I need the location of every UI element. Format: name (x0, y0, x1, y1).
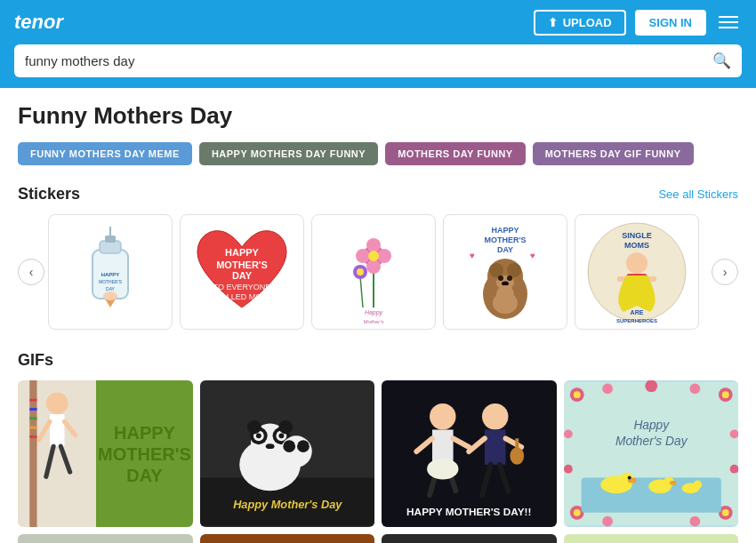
gif1-day: DAY (126, 466, 162, 485)
svg-text:HAPPY MOTHER'S DAY!!: HAPPY MOTHER'S DAY!! (406, 506, 531, 517)
svg-point-105 (689, 383, 700, 394)
svg-rect-51 (50, 414, 65, 446)
svg-point-73 (278, 420, 293, 435)
svg-point-44 (626, 252, 647, 274)
svg-text:♥: ♥ (470, 251, 475, 260)
svg-text:ARE: ARE (631, 309, 644, 315)
svg-rect-60 (29, 427, 36, 429)
svg-line-81 (454, 438, 470, 447)
svg-text:HAPPY: HAPPY (225, 247, 260, 258)
gif1-happy: HAPPY (114, 423, 175, 443)
stickers-prev-arrow[interactable]: ‹ (18, 259, 44, 285)
stickers-title: Stickers (18, 185, 80, 204)
svg-text:DAY: DAY (497, 245, 513, 254)
gif1-mothers: MOTHER'S (98, 444, 191, 464)
svg-point-18 (366, 238, 381, 252)
tag-button-funny[interactable]: MOTHERS DAY FUNNY (385, 142, 526, 165)
svg-point-110 (602, 516, 613, 527)
gifs-grid: HAPPY MOTHER'S DAY (18, 380, 738, 527)
gif-card-7[interactable] (382, 534, 557, 543)
svg-text:HAPPY: HAPPY (491, 226, 519, 235)
svg-text:TO EVERYONE: TO EVERYONE (213, 283, 271, 291)
sticker-card-1[interactable]: HAPPY MOTHER'S DAY (48, 214, 173, 330)
svg-rect-57 (29, 399, 36, 402)
svg-text:SINGLE: SINGLE (622, 231, 652, 240)
svg-point-72 (247, 420, 261, 435)
svg-text:HAPPY: HAPPY (101, 272, 120, 277)
gifs-title: GIFs (18, 351, 53, 370)
svg-text:♥: ♥ (530, 251, 535, 260)
svg-point-37 (507, 275, 512, 281)
main-content: Funny Mothers Day FUNNY MOTHERS DAY MEME… (0, 88, 756, 543)
svg-text:Happy Mother's Day: Happy Mother's Day (233, 498, 342, 511)
svg-text:SUPERHEROES: SUPERHEROES (616, 318, 657, 323)
search-icon[interactable]: 🔍 (712, 52, 731, 70)
gif4-svg: Happy Mother's Day (564, 380, 739, 527)
gif-card-3[interactable]: HAPPY MOTHER'S DAY!! (382, 380, 557, 527)
gif-card-4[interactable]: Happy Mother's Day (564, 380, 739, 527)
svg-point-19 (366, 260, 381, 274)
gif-card-8[interactable] (564, 534, 739, 543)
sticker-card-3[interactable]: Happy Mother's (311, 214, 436, 330)
svg-rect-61 (29, 435, 36, 438)
sticker-card-5[interactable]: SINGLE MOMS ARE SUPERHEROES (575, 214, 699, 330)
stickers-next-arrow[interactable]: › (712, 259, 738, 285)
stickers-row: HAPPY MOTHER'S DAY HAPPY MOTHER'S DAY (48, 214, 708, 330)
sticker-card-2[interactable]: HAPPY MOTHER'S DAY TO EVERYONE CALLED MO… (180, 214, 304, 330)
svg-point-69 (255, 433, 261, 438)
sticker1-svg: HAPPY MOTHER'S DAY (66, 223, 155, 321)
svg-line-21 (360, 276, 363, 307)
svg-point-123 (693, 480, 702, 489)
svg-line-53 (64, 421, 75, 435)
svg-point-98 (721, 391, 728, 398)
upload-icon: ⬆ (548, 16, 558, 29)
svg-text:MOMS: MOMS (624, 241, 649, 250)
page-title: Funny Mothers Day (18, 102, 738, 130)
upload-button[interactable]: ⬆ UPLOAD (534, 10, 626, 36)
sticker-card-4[interactable]: HAPPY MOTHER'S DAY ♥ ♥ (443, 214, 567, 330)
svg-point-8 (103, 291, 117, 300)
svg-point-96 (573, 391, 580, 398)
gif2-svg: Happy Mother's Day (200, 380, 375, 527)
signin-button[interactable]: SIGN IN (635, 10, 706, 36)
svg-point-78 (430, 403, 455, 429)
tag-button-gif[interactable]: MOTHERS DAY GIF FUNNY (533, 142, 694, 165)
menu-button[interactable] (715, 12, 742, 32)
svg-point-33 (489, 263, 503, 277)
see-all-stickers-link[interactable]: See all Stickers (658, 188, 738, 201)
gif-card-5[interactable] (18, 534, 193, 543)
svg-rect-56 (29, 380, 36, 527)
gif-card-2[interactable]: Happy Mother's Day (200, 380, 375, 527)
tag-button-happy[interactable]: HAPPY MOTHERS DAY FUNNY (199, 142, 378, 165)
gif-card-1[interactable]: HAPPY MOTHER'S DAY (18, 380, 193, 527)
tags-row: FUNNY MOTHERS DAY MEME HAPPY MOTHERS DAY… (18, 142, 738, 165)
svg-point-71 (265, 443, 274, 449)
search-input[interactable] (25, 53, 712, 68)
svg-line-88 (506, 438, 522, 447)
svg-rect-58 (29, 408, 36, 411)
gif-card-6[interactable] (200, 534, 375, 543)
svg-point-74 (280, 435, 311, 467)
svg-point-40 (496, 285, 514, 303)
stickers-wrapper: ‹ HAPPY MOTHER'S DAY (18, 214, 738, 330)
svg-point-36 (498, 275, 503, 281)
svg-point-34 (507, 263, 521, 277)
svg-point-50 (46, 392, 68, 414)
svg-text:MOTHER'S: MOTHER'S (99, 279, 123, 284)
svg-point-108 (729, 429, 738, 438)
svg-point-118 (627, 476, 631, 480)
svg-point-100 (573, 509, 580, 516)
search-bar-container: 🔍 (0, 44, 756, 88)
svg-point-23 (357, 268, 364, 275)
svg-point-20 (368, 251, 379, 261)
sticker5-svg: SINGLE MOMS ARE SUPERHEROES (583, 219, 690, 325)
svg-rect-2 (105, 236, 116, 243)
svg-point-107 (564, 465, 573, 474)
svg-text:Mother's Day: Mother's Day (615, 435, 688, 448)
svg-point-85 (482, 403, 508, 429)
svg-line-55 (60, 446, 69, 472)
svg-text:Happy: Happy (365, 309, 383, 316)
gifs-bottom-row (18, 534, 738, 543)
tag-button-meme[interactable]: FUNNY MOTHERS DAY MEME (18, 142, 192, 165)
svg-text:DAY: DAY (232, 270, 253, 281)
